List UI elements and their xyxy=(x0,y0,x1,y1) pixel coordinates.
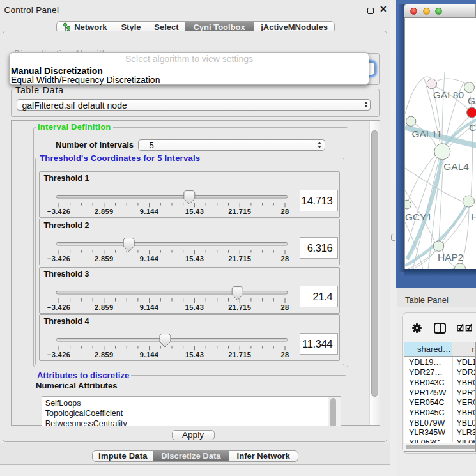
svg-text:GAL11: GAL11 xyxy=(411,128,441,139)
svg-text:28: 28 xyxy=(280,255,289,263)
svg-text:GA: GA xyxy=(467,95,476,105)
svg-text:9.144: 9.144 xyxy=(139,351,158,358)
svg-text:9.144: 9.144 xyxy=(139,303,158,311)
svg-text:2.859: 2.859 xyxy=(95,351,114,358)
svg-text:−3.426: −3.426 xyxy=(47,208,70,215)
svg-text:GAL4: GAL4 xyxy=(443,160,469,171)
svg-text:28: 28 xyxy=(280,208,289,215)
svg-text:21.715: 21.715 xyxy=(228,351,251,358)
svg-text:GCY1: GCY1 xyxy=(405,211,432,222)
svg-text:28: 28 xyxy=(280,303,289,311)
svg-text:−3.426: −3.426 xyxy=(47,351,70,358)
svg-text:15.43: 15.43 xyxy=(185,303,204,311)
svg-text:HI: HI xyxy=(471,211,476,222)
svg-text:15.43: 15.43 xyxy=(185,208,204,215)
svg-text:21.715: 21.715 xyxy=(228,255,251,263)
svg-text:9.144: 9.144 xyxy=(139,255,158,263)
svg-text:21.715: 21.715 xyxy=(228,303,251,311)
svg-text:2.859: 2.859 xyxy=(95,255,114,263)
svg-text:28: 28 xyxy=(280,351,289,358)
svg-text:9.144: 9.144 xyxy=(139,208,158,215)
svg-text:−3.426: −3.426 xyxy=(47,255,70,263)
svg-text:HAP2: HAP2 xyxy=(438,252,464,263)
svg-text:GAL80: GAL80 xyxy=(433,89,464,100)
svg-text:2.859: 2.859 xyxy=(95,208,114,215)
svg-text:C: C xyxy=(468,121,475,132)
svg-text:15.43: 15.43 xyxy=(185,351,204,358)
svg-text:15.43: 15.43 xyxy=(185,255,204,263)
svg-text:2.859: 2.859 xyxy=(95,303,114,311)
svg-text:−3.426: −3.426 xyxy=(47,303,70,311)
svg-text:21.715: 21.715 xyxy=(228,208,251,215)
